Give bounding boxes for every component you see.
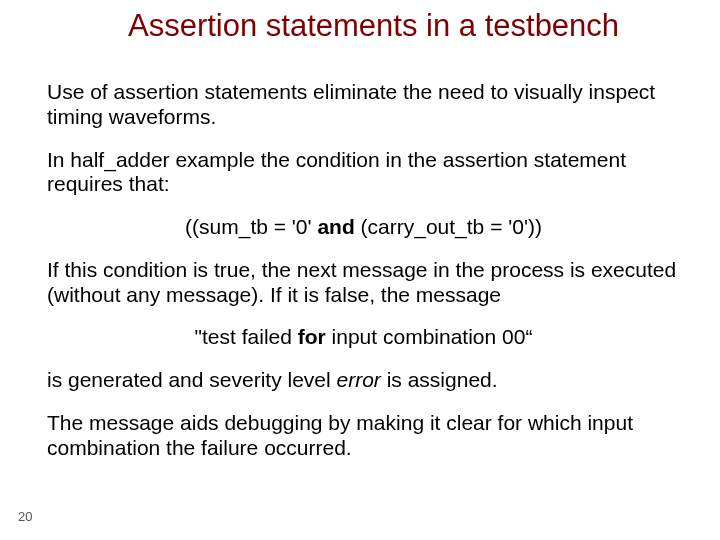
page-number: 20 [18,509,32,524]
severity-error-word: error [337,368,381,391]
severity-pre: is generated and severity level [47,368,337,391]
paragraph-example-lead: In half_adder example the condition in t… [47,148,680,198]
slide-title: Assertion statements in a testbench [128,8,680,44]
paragraph-intro: Use of assertion statements eliminate th… [47,80,680,130]
slide: Assertion statements in a testbench Use … [0,0,720,540]
severity-post: is assigned. [381,368,498,391]
failure-message-line: "test failed for input combination 00“ [47,325,680,350]
code-post: (carry_out_tb = '0')) [355,215,542,238]
paragraph-closing: The message aids debugging by making it … [47,411,680,461]
slide-body: Use of assertion statements eliminate th… [47,80,680,478]
msg-keyword-for: for [298,325,326,348]
assertion-condition-line: ((sum_tb = '0' and (carry_out_tb = '0')) [47,215,680,240]
msg-pre: "test failed [195,325,298,348]
msg-post: input combination 00“ [326,325,533,348]
code-keyword-and: and [317,215,354,238]
code-pre: ((sum_tb = '0' [185,215,317,238]
paragraph-condition-result: If this condition is true, the next mess… [47,258,680,308]
paragraph-severity: is generated and severity level error is… [47,368,680,393]
